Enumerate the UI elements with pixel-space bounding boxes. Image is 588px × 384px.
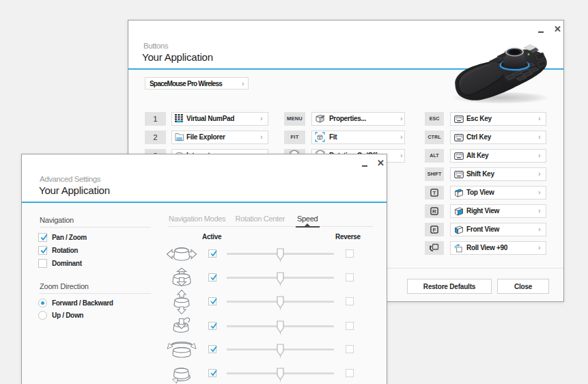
svg-text:T: T: [433, 190, 436, 196]
svg-text:F: F: [433, 227, 436, 233]
svg-text:R: R: [432, 208, 436, 215]
